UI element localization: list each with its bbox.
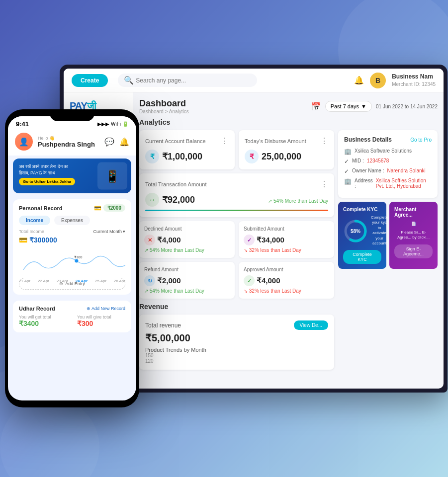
card-title: Today's Disburse Amount <box>245 138 306 144</box>
trend: ↗ 54% More than Last Day <box>144 247 230 253</box>
revenue-card: Total revenue View De... ₹5,00,000 Produ… <box>139 315 334 370</box>
card-header: Today's Disburse Amount ⋮ <box>245 136 328 146</box>
chat-icon[interactable]: 💬 <box>104 137 114 147</box>
revenue-amount: ₹5,00,000 <box>145 332 328 344</box>
chart-label: ₹300 <box>74 255 82 259</box>
mobile-frame: 9:41 ▶▶▶ WiFi 🔋 👤 Hello 👋 Pushpendra Sin… <box>5 109 139 407</box>
approved-card: Approved Amount ✓ ₹4,000 ↘ 32% less than… <box>239 262 334 299</box>
go-pro-link[interactable]: Go to Pro <box>410 137 432 143</box>
balance-amount: ₹1,00,000 <box>162 151 202 162</box>
mobile-notch <box>50 109 94 121</box>
status-icon: ✓ <box>244 235 255 245</box>
complete-kyc-button[interactable]: Complete KYC <box>343 250 381 264</box>
chart-label-1: 22 Apr <box>38 279 49 283</box>
notification-icon[interactable]: 🔔 <box>354 76 364 85</box>
kyc-card: Complete KYC 58% <box>338 202 386 269</box>
card-title: Refund Amount <box>144 267 230 272</box>
signal-icon: ▶▶▶ <box>97 121 109 127</box>
rupee-icon: ₹ <box>145 150 159 163</box>
card-header: Current Account Balance ⋮ <box>145 136 229 146</box>
status-time: 9:41 <box>16 120 29 128</box>
business-details-card: Business Details Go to Pro 🏢 Xsilica Sof… <box>338 130 438 198</box>
business-info: Business Nam Merchant ID: 12345 <box>392 73 436 87</box>
more-options-icon[interactable]: ⋮ <box>320 179 328 189</box>
biz-header: Business Details Go to Pro <box>344 136 432 143</box>
income-label: Total Income <box>19 229 44 234</box>
chart-label-0: 21 Apr <box>19 279 30 283</box>
breadcrumb: Dashboard > Analytics <box>139 109 189 114</box>
avatar: B <box>370 73 386 88</box>
filter-label: Past 7 days <box>331 103 359 109</box>
status-icons: ▶▶▶ WiFi 🔋 <box>97 121 128 127</box>
add-record-label: Add New Record <box>91 306 125 311</box>
merchant-card: Merchant Agree... 📄 Please Si... E-Agree… <box>389 202 438 269</box>
expenses-tab[interactable]: Expenses <box>54 216 90 225</box>
analytics-section-title: Analytics <box>139 118 438 126</box>
card-title: Submitted Amount <box>244 226 329 232</box>
address-value: Xsilica Softies Solution Pvt. Ltd., Hyde… <box>376 178 432 189</box>
svg-point-5 <box>75 259 78 262</box>
biz-title: Business Details <box>344 136 392 143</box>
add-record-button[interactable]: ⊕ Add New Record <box>87 306 125 311</box>
card-amount: ✕ ₹4,000 <box>144 235 230 245</box>
status-icon: ✓ <box>244 275 255 286</box>
balance-area: 💳 ₹2000 <box>94 204 125 212</box>
banner-text: अब रखें अपने उधार लेना देन का हिसाब, PAY… <box>19 163 78 176</box>
more-options-icon[interactable]: ⋮ <box>221 136 229 146</box>
trend: ↘ 32% less than Last Day <box>244 247 329 253</box>
udhar-title: Udhar Record <box>19 306 55 312</box>
header-actions: 💬 🔔 <box>104 137 129 147</box>
company-name: Xsilica Software Solutions <box>355 148 412 154</box>
business-name: Business Nam <box>392 73 436 81</box>
month-select[interactable]: Current Month ▾ <box>93 229 125 234</box>
calendar-icon: 📅 <box>311 102 321 111</box>
wallet-icon: 💳 <box>94 205 101 212</box>
filter-button[interactable]: Past 7 days ▼ <box>325 101 372 112</box>
get-label: You will get total <box>19 315 67 319</box>
udhar-give: You will give total ₹300 <box>77 315 125 327</box>
biz-mid: ✓ MID : 12345678 <box>344 158 432 165</box>
income-amount: 💳 ₹300000 <box>19 236 125 244</box>
card-title: Approved Amount <box>244 267 329 272</box>
trend-bar <box>145 210 328 211</box>
chart-labels: 21 Apr 22 Apr 23 Apr 24 Apr 25 Apr 26 Ap… <box>19 279 125 283</box>
analytics-layout: Current Account Balance ⋮ ₹ ₹1,00,000 <box>139 130 438 370</box>
product-trends-label: Product Trends by Month <box>145 347 328 353</box>
mobile-screen: 9:41 ▶▶▶ WiFi 🔋 👤 Hello 👋 Pushpendra Sin… <box>8 116 136 400</box>
chart-label-4: 25 Apr <box>95 279 106 283</box>
top-cards-grid: Current Account Balance ⋮ ₹ ₹1,00,000 <box>139 130 334 169</box>
banner-button[interactable]: Go to Udhar Lekha Jokha <box>19 178 75 185</box>
banner-illustration: 📱 <box>97 162 127 190</box>
notification-icon[interactable]: 🔔 <box>119 137 129 147</box>
search-input[interactable] <box>136 77 251 84</box>
transaction-row: ↔ ₹92,000 ↗ 54% More than Last Day <box>145 193 328 207</box>
date-filter: 📅 Past 7 days ▼ 01 Jun 2022 to 14 Jun 20… <box>311 101 438 112</box>
kyc-percent: 58% <box>351 229 360 234</box>
income-tab[interactable]: Income <box>19 216 50 225</box>
udhar-header: Udhar Record ⊕ Add New Record <box>19 306 125 312</box>
mid-value: 12345678 <box>367 158 389 163</box>
rupee-icon: ↔ <box>145 193 159 207</box>
user-info: Hello 👋 Pushpendra Singh <box>38 136 99 148</box>
desktop-header: Create 🔍 🔔 B Business Nam Merchant ID: 1… <box>64 69 444 92</box>
amount-text: ₹92,000 <box>162 194 195 205</box>
trend-text: ↗ 54% More than Last Day <box>268 198 328 204</box>
create-button[interactable]: Create <box>72 74 108 87</box>
kyc-section: Complete KYC 58% <box>338 202 438 269</box>
sign-agreement-button[interactable]: Sign E-Ageeme... <box>394 244 433 258</box>
give-label: You will give total <box>77 315 125 319</box>
progress-circle: 58% <box>343 219 368 243</box>
view-details-button[interactable]: View De... <box>294 320 328 330</box>
chevron-down-icon: ▼ <box>361 103 366 109</box>
plus-icon: ⊕ <box>87 306 90 311</box>
owner-label: Owner Name : <box>352 168 384 173</box>
refund-card: Refund Amount ↻ ₹2,000 ↗ 54% More than L… <box>139 262 235 299</box>
section-header: Personal Record 💳 ₹2000 <box>19 204 125 212</box>
more-options-icon[interactable]: ⋮ <box>320 136 328 146</box>
page-title-section: Dashboard Dashboard > Analytics <box>139 98 189 114</box>
chart-label-2: 23 Apr <box>57 279 68 283</box>
trend: ↗ 54% More than Last Day <box>144 288 230 294</box>
trend: ↘ 32% less than Last Day <box>244 288 329 294</box>
udhar-amounts: You will get total ₹3400 You will give t… <box>19 315 125 327</box>
owner-value: Narendra Solanki <box>387 168 425 173</box>
